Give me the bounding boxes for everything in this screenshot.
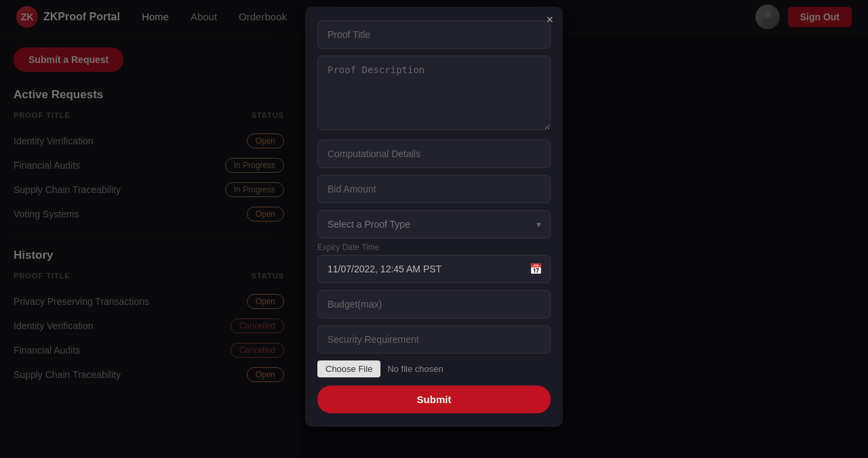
close-button[interactable]: × <box>546 14 553 26</box>
budget-max-input[interactable] <box>317 290 551 318</box>
modal-overlay: × Select a Proof Type ZK-SNARK ZK-STARK … <box>0 0 868 458</box>
security-requirement-input[interactable] <box>317 325 551 354</box>
datetime-wrapper: 📅 <box>317 255 551 283</box>
datetime-input[interactable] <box>317 255 551 283</box>
bid-amount-input[interactable] <box>317 175 551 203</box>
proof-description-input[interactable] <box>317 56 551 130</box>
proof-type-select-wrapper: Select a Proof Type ZK-SNARK ZK-STARK Bu… <box>317 210 551 238</box>
no-file-label: No file chosen <box>387 364 443 374</box>
choose-file-button[interactable]: Choose File <box>317 360 380 377</box>
modal-dialog: × Select a Proof Type ZK-SNARK ZK-STARK … <box>305 7 563 427</box>
submit-button[interactable]: Submit <box>317 386 551 413</box>
expiry-label: Expiry Date Time <box>317 243 551 252</box>
file-upload-row: Choose File No file chosen <box>317 360 551 377</box>
computational-details-input[interactable] <box>317 140 551 168</box>
proof-type-select[interactable]: Select a Proof Type ZK-SNARK ZK-STARK Bu… <box>317 210 551 238</box>
proof-title-input[interactable] <box>317 20 551 49</box>
